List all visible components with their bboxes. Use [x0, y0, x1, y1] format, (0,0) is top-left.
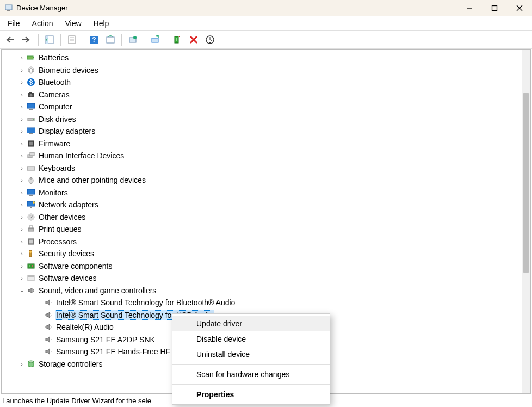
tree-category[interactable]: ›Security devices [2, 248, 522, 260]
menu-file[interactable]: File [8, 19, 20, 28]
cpu-icon [27, 237, 35, 246]
expand-icon[interactable]: › [18, 116, 26, 122]
context-menu-item[interactable]: Properties [172, 387, 330, 402]
svg-rect-28 [27, 103, 35, 108]
tree-label: Processors [38, 237, 78, 246]
context-menu-item[interactable]: Uninstall device [172, 347, 330, 362]
tree-category[interactable]: ›Software components [2, 260, 522, 273]
fingerprint-icon [27, 66, 35, 75]
expand-icon[interactable]: › [18, 79, 26, 85]
tree-label: Storage controllers [38, 359, 104, 369]
menu-help[interactable]: Help [94, 19, 109, 28]
expand-icon[interactable]: › [18, 54, 26, 61]
forward-button[interactable] [21, 33, 34, 46]
back-button[interactable] [4, 33, 17, 46]
svg-rect-46 [29, 195, 33, 196]
enable-device-button[interactable] [149, 33, 162, 46]
status-text: Launches the Update Driver Wizard for th… [2, 397, 151, 405]
expand-icon[interactable]: › [18, 67, 26, 73]
vertical-scrollbar[interactable] [522, 50, 530, 393]
scan-hardware-button[interactable] [203, 33, 216, 46]
expand-icon[interactable]: › [18, 177, 26, 183]
tree-category[interactable]: ›Bluetooth [2, 76, 522, 89]
tree-category[interactable]: ›Firmware [2, 138, 522, 150]
update-driver-button[interactable] [126, 33, 139, 46]
svg-point-26 [30, 94, 33, 96]
storage-icon [27, 360, 35, 368]
action-button[interactable] [104, 33, 117, 46]
tree-label: Print queues [38, 224, 83, 234]
tree-category[interactable]: ›?Other devices [2, 211, 522, 224]
tree-label: Cameras [38, 90, 71, 100]
tree-label: Batteries [38, 53, 70, 63]
svg-rect-21 [33, 57, 34, 58]
svg-rect-36 [29, 142, 33, 145]
expand-icon[interactable]: › [18, 91, 26, 98]
software-icon [27, 274, 35, 282]
expand-icon[interactable]: › [18, 103, 26, 110]
tree-label: Biometric devices [38, 65, 100, 75]
menu-view[interactable]: View [65, 19, 81, 28]
tree-category[interactable]: ›Batteries [2, 52, 522, 64]
tree-category[interactable]: ›Software devices [2, 272, 522, 285]
svg-rect-40 [28, 168, 29, 168]
tree-label: Display adapters [38, 126, 96, 136]
tree-category[interactable]: ›Display adapters [2, 125, 522, 138]
maximize-button[interactable] [482, 0, 507, 16]
expand-icon[interactable]: › [18, 189, 26, 196]
svg-rect-58 [28, 264, 34, 268]
expand-icon[interactable]: › [18, 226, 26, 232]
expand-icon[interactable]: › [18, 128, 26, 134]
tree-label: Mice and other pointing devices [38, 175, 147, 185]
scroll-thumb[interactable] [523, 93, 529, 273]
expand-icon[interactable]: › [18, 201, 26, 208]
tree-category[interactable]: ›Processors [2, 236, 522, 248]
tree-label: Samsung S21 FE Hands-Free HF [55, 347, 171, 356]
tree-category[interactable]: ›Monitors [2, 187, 522, 199]
speaker-icon [44, 347, 53, 356]
help-button[interactable]: ? [88, 33, 101, 46]
tree-category[interactable]: ⌄Sound, video and game controllers [2, 285, 522, 297]
tree-label: Security devices [38, 249, 95, 258]
expand-icon[interactable]: › [18, 275, 26, 281]
svg-rect-39 [27, 166, 35, 170]
show-hide-tree-button[interactable] [43, 33, 56, 46]
tree-label: Samsung S21 FE A2DP SNK [55, 335, 156, 344]
svg-rect-0 [5, 5, 12, 10]
collapse-icon[interactable]: ⌄ [18, 287, 26, 294]
tree-category[interactable]: ›Computer [2, 101, 522, 113]
expand-icon[interactable]: › [18, 263, 26, 269]
tree-category[interactable]: ›Human Interface Devices [2, 150, 522, 162]
svg-rect-33 [27, 128, 35, 133]
expand-icon[interactable]: › [18, 140, 26, 147]
app-icon [4, 4, 13, 13]
tree-label: Other devices [38, 212, 86, 222]
tree-device[interactable]: Intel® Smart Sound Technology for Blueto… [2, 297, 522, 309]
expand-icon[interactable]: › [18, 214, 26, 220]
hid-icon [27, 151, 35, 160]
disable-device-button[interactable] [171, 33, 184, 46]
expand-icon[interactable]: › [18, 152, 26, 159]
tree-category[interactable]: ›Biometric devices [2, 64, 522, 77]
tree-category[interactable]: ›Network adapters [2, 199, 522, 211]
menu-action[interactable]: Action [32, 19, 53, 28]
expand-icon[interactable]: › [18, 361, 26, 367]
svg-rect-34 [29, 133, 33, 134]
expand-icon[interactable]: › [18, 238, 26, 245]
uninstall-device-button[interactable] [187, 33, 200, 46]
tree-category[interactable]: ›Cameras [2, 89, 522, 101]
close-button[interactable] [507, 0, 532, 16]
svg-rect-60 [32, 265, 33, 267]
context-menu-item[interactable]: Scan for hardware changes [172, 367, 330, 382]
tree-category[interactable]: ›Print queues [2, 223, 522, 236]
expand-icon[interactable]: › [18, 250, 26, 257]
tree-category[interactable]: ›Keyboards [2, 162, 522, 175]
context-menu-item[interactable]: Update driver [172, 316, 330, 331]
expand-icon[interactable]: › [18, 165, 26, 171]
tree-category[interactable]: ›Mice and other pointing devices [2, 174, 522, 187]
svg-text:?: ? [92, 36, 96, 44]
tree-category[interactable]: ›Disk drives [2, 113, 522, 126]
properties-button[interactable] [65, 33, 78, 46]
context-menu-item[interactable]: Disable device [172, 331, 330, 347]
minimize-button[interactable] [457, 0, 482, 16]
